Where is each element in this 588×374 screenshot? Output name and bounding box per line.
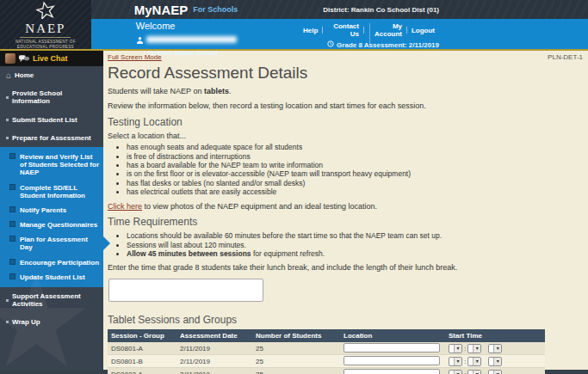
sidebar-item-notify-parents[interactable]: Notify Parents — [0, 203, 103, 218]
list-item: has electrical outlets that are easily a… — [127, 187, 583, 196]
brand-title: MyNAEP — [134, 3, 189, 17]
person-icon — [136, 32, 144, 47]
sidebar-item-support-assessment-activities[interactable]: Support Assessment Activities — [0, 287, 103, 313]
home-icon: ⌂ — [6, 72, 11, 79]
my-account-link[interactable]: My Account — [364, 22, 406, 38]
sidebar-item-prepare-for-assessment[interactable]: Prepare for Assessment — [0, 129, 103, 147]
photos-line: Click here to view photos of the NAEP eq… — [108, 202, 583, 212]
sessions-table: Session - Group Assessment Date Number o… — [108, 329, 545, 374]
sidebar-item-wrap-up[interactable]: Wrap Up — [0, 313, 103, 331]
chat-bubbles-icon — [19, 51, 29, 66]
sidebar-item-review-verify-list[interactable]: Review and Verify List of Students Selec… — [0, 150, 103, 181]
chevron-down-icon: ▾ — [473, 358, 480, 365]
tablet-sessions-heading: Tablet Sessions and Groups — [108, 314, 583, 326]
start-minute-select[interactable]: ▾ — [467, 357, 481, 366]
students-cell: 25 — [252, 355, 340, 368]
logo-title: NAEP — [20, 21, 71, 38]
list-item: has flat desks or tables (no slanted and… — [127, 179, 583, 187]
logo-subtitle: National Assessment of Educational Progr… — [0, 40, 91, 50]
location-input[interactable] — [344, 343, 440, 353]
live-chat-avatar — [5, 53, 15, 64]
am-pm-select[interactable]: ▾ — [488, 370, 502, 374]
students-cell: 25 — [252, 368, 340, 374]
location-input[interactable] — [344, 369, 440, 374]
full-screen-mode-link[interactable]: Full Screen Mode — [108, 53, 162, 61]
list-item: has a board available for the NAEP team … — [127, 161, 583, 169]
date-cell: 2/11/2019 — [176, 342, 252, 355]
header-divider — [369, 23, 370, 45]
contact-us-link[interactable]: Contact Us — [323, 22, 363, 38]
main-content: Full Screen Mode PLN-DET-1 Record Assess… — [103, 51, 588, 370]
chevron-down-icon: ▾ — [493, 358, 501, 365]
bullet-icon — [6, 321, 9, 323]
click-here-link[interactable]: Click here — [108, 202, 142, 211]
naep-logo: NAEP National Assessment of Educational … — [0, 0, 91, 49]
session-cell: DS0802-A — [108, 368, 176, 374]
start-hour-select[interactable]: ▾ — [449, 370, 462, 374]
header: NAEP National Assessment of Educational … — [0, 0, 588, 49]
bullet-icon — [6, 96, 9, 99]
col-location: Location — [340, 329, 445, 342]
testing-location-list: has enough seats and adequate space for … — [127, 143, 583, 196]
sidebar-item-provide-school-information[interactable]: Provide School Information — [0, 84, 103, 110]
sidebar-item-encourage-participation[interactable]: Encourage Participation — [0, 255, 103, 270]
col-number-of-students: Number of Students — [252, 329, 340, 342]
start-hour-select[interactable]: ▾ — [449, 357, 462, 366]
status-checkbox-icon — [9, 206, 15, 212]
bullet-icon — [6, 299, 9, 302]
sidebar-item-manage-questionnaires[interactable]: Manage Questionnaires — [0, 218, 103, 232]
list-item: Allow 45 minutes between sessions for eq… — [127, 249, 583, 258]
col-assessment-date: Assessment Date — [176, 329, 252, 342]
district-label: District: Rankin Co School Dist (01) — [323, 6, 588, 14]
testing-location-lead: Select a location that... — [108, 132, 583, 141]
list-item: is on the first floor or is elevator-acc… — [127, 169, 583, 178]
list-item: Locations should be available 60 minutes… — [127, 231, 583, 240]
table-header-row: Session - Group Assessment Date Number o… — [108, 329, 545, 342]
page-code: PLN-DET-1 — [548, 53, 583, 61]
lunch-break-textarea[interactable] — [108, 279, 263, 302]
start-minute-select[interactable]: ▾ — [467, 370, 481, 374]
live-chat-button[interactable]: Live Chat — [0, 51, 103, 66]
logout-link[interactable]: Logout — [407, 27, 439, 34]
bullet-icon — [6, 119, 9, 121]
am-pm-select[interactable]: ▾ — [488, 344, 502, 353]
am-pm-select[interactable]: ▾ — [488, 357, 502, 366]
chevron-down-icon: ▾ — [454, 371, 461, 374]
chevron-down-icon: ▾ — [473, 345, 480, 353]
list-item: Sessions will last about 120 minutes. — [127, 241, 583, 249]
status-checkbox-icon — [9, 153, 15, 159]
chevron-down-icon: ▾ — [454, 358, 461, 365]
time-requirements-list: Locations should be available 60 minutes… — [127, 231, 583, 258]
user-name-redacted — [146, 36, 237, 43]
mynaep-window: NAEP National Assessment of Educational … — [0, 0, 588, 374]
chevron-down-icon: ▾ — [473, 371, 480, 374]
sidebar-item-complete-sdell-info[interactable]: Complete SD/ELL Student Information — [0, 181, 103, 203]
students-cell: 25 — [252, 342, 340, 355]
chevron-down-icon: ▾ — [454, 345, 461, 353]
help-link[interactable]: Help — [299, 27, 322, 34]
start-hour-select[interactable]: ▾ — [449, 344, 462, 353]
sidebar: Live Chat ⌂ Home Provide School Informat… — [0, 51, 103, 370]
sidebar-item-plan-for-assessment-day[interactable]: Plan for Assessment Day — [0, 232, 103, 254]
col-session-group: Session - Group — [108, 329, 176, 342]
sidebar-item-submit-student-list[interactable]: Submit Student List — [0, 111, 103, 129]
sidebar-item-home[interactable]: ⌂ Home — [0, 66, 103, 84]
lunch-prompt: Enter the time that grade 8 students tak… — [108, 263, 583, 273]
list-item: is free of distractions and interruption… — [127, 152, 583, 161]
status-checkbox-icon — [9, 221, 15, 227]
list-item: has enough seats and adequate space for … — [127, 143, 583, 151]
page-title: Record Assessment Details — [108, 64, 583, 83]
clock-icon — [327, 40, 334, 49]
brand-suffix: For Schools — [193, 5, 238, 14]
col-start-time: Start Time — [445, 329, 545, 342]
assessment-info: Grade 8 Assessment: 2/11/2019 — [337, 41, 439, 49]
location-input[interactable] — [344, 356, 440, 365]
sidebar-item-update-student-list[interactable]: Update Student List — [0, 270, 103, 285]
table-row: DS0801-B 2/11/2019 25 ▾ : ▾ ▾ — [108, 355, 545, 368]
start-minute-select[interactable]: ▾ — [467, 344, 481, 353]
live-chat-label: Live Chat — [33, 54, 68, 63]
chevron-down-icon: ▾ — [493, 371, 501, 374]
intro-text-2: Review the information below, then recor… — [108, 101, 583, 111]
time-requirements-heading: Time Requirements — [108, 216, 583, 228]
status-checkbox-icon — [9, 184, 15, 190]
